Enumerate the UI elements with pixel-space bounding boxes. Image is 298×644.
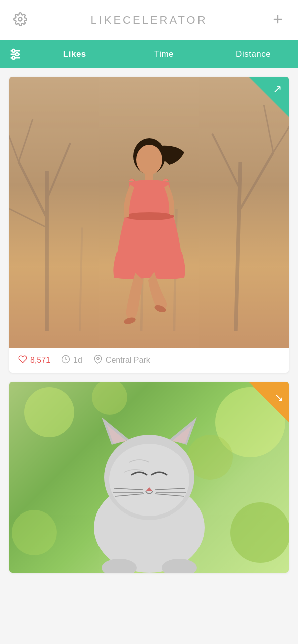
cat-illustration [49, 402, 250, 573]
app-header: LIKECELERATOR [0, 0, 298, 40]
svg-point-8 [12, 56, 15, 59]
svg-point-30 [97, 357, 100, 360]
tab-time[interactable]: Time [120, 49, 209, 59]
filter-icon [8, 47, 22, 61]
svg-line-18 [273, 114, 289, 152]
svg-point-44 [109, 444, 189, 516]
gear-icon [13, 12, 27, 26]
svg-line-10 [19, 162, 47, 218]
content-area: ↗ 8,571 1d [0, 68, 298, 582]
location-value: Central Park [106, 356, 150, 365]
card-meta-1: 8,571 1d Central Park [9, 348, 289, 373]
filter-icon-button[interactable] [0, 47, 30, 61]
plus-icon [271, 12, 285, 26]
corner-badge-down: ↗ [249, 382, 289, 422]
svg-point-7 [16, 53, 19, 56]
cat-image [9, 382, 289, 573]
card-image-wrapper-1: ↗ [9, 77, 289, 348]
card-cat: ↗ [9, 382, 289, 573]
tab-bar: Likes Time Distance [0, 40, 298, 68]
likes-meta: 8,571 [18, 355, 50, 366]
svg-point-0 [19, 18, 22, 21]
svg-line-16 [240, 152, 273, 209]
add-button[interactable] [269, 10, 287, 30]
card-person: ↗ 8,571 1d [9, 77, 289, 373]
badge-triangle [249, 77, 289, 117]
svg-point-26 [124, 212, 174, 220]
tab-distance[interactable]: Distance [209, 49, 298, 59]
time-value: 1d [73, 356, 82, 365]
svg-point-24 [136, 145, 162, 175]
svg-point-6 [12, 49, 15, 52]
pin-icon [93, 355, 103, 366]
svg-line-11 [47, 143, 70, 199]
tab-likes[interactable]: Likes [30, 49, 120, 59]
corner-badge-up: ↗ [249, 77, 289, 117]
svg-line-12 [9, 209, 47, 228]
svg-line-13 [9, 124, 19, 162]
arrow-up-icon: ↗ [273, 84, 282, 95]
badge-triangle-orange [249, 382, 289, 422]
time-meta: 1d [61, 355, 82, 366]
app-title: LIKECELERATOR [90, 14, 207, 27]
settings-button[interactable] [11, 10, 29, 30]
location-meta: Central Park [93, 355, 150, 366]
person-image [9, 77, 289, 348]
svg-line-14 [19, 119, 33, 162]
likes-count: 8,571 [30, 356, 50, 365]
person-illustration [84, 137, 215, 348]
arrow-down-icon: ↗ [274, 393, 285, 402]
svg-line-17 [212, 134, 240, 190]
card-image-wrapper-2: ↗ [9, 382, 289, 573]
heart-icon [18, 355, 27, 366]
svg-line-22 [80, 228, 82, 332]
clock-icon [61, 355, 70, 366]
